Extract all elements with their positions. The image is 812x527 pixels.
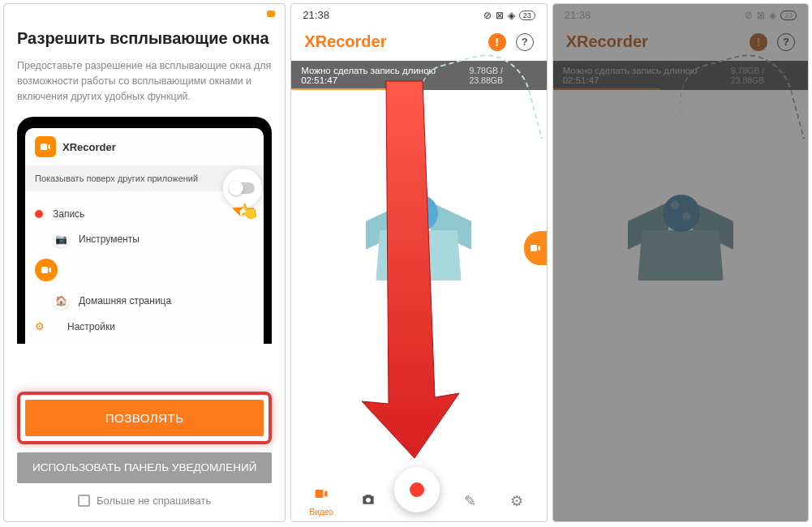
dim-overlay[interactable] [553,4,808,521]
dont-ask-checkbox[interactable] [78,495,90,507]
use-notification-panel-button[interactable]: ИСПОЛЬЗОВАТЬ ПАНЕЛЬ УВЕДОМЛЕНИЙ [17,452,272,483]
status-bar: 21:38 ⊘ ⊠ ◈ 23 [291,4,546,26]
app-header: XRecorder ! ? [291,26,546,61]
bottom-navigation: Видео ✎ ⚙ [291,478,546,521]
corner-badge [267,11,275,17]
allow-button[interactable]: ПОЗВОЛЯТЬ [25,400,264,436]
overlay-permission-row: Показывать поверх других приложений 👆 [25,165,264,191]
svg-rect-2 [531,245,537,251]
dialog-title: Разрешить всплывающие окна [17,28,272,49]
menu-tools-label: Инструменты [79,234,140,245]
empty-box-illustration [370,191,467,281]
dnd-icon: ⊘ [483,10,492,21]
wifi-icon: ◈ [508,10,515,21]
empty-state-area [291,90,546,382]
menu-settings-label: Настройки [67,321,115,332]
overlay-toggle[interactable] [230,182,255,194]
warning-icon[interactable]: ! [488,33,506,51]
device-mockup: XRecorder Показывать поверх других прило… [17,117,272,344]
home-icon: 🏠 [53,293,69,309]
video-nav-icon [313,486,329,506]
tools-icon: 📷 [53,231,69,247]
edit-nav-icon: ✎ [464,492,476,510]
svg-point-4 [366,497,371,502]
camera-nav-icon [360,491,376,512]
battery-indicator: 23 [519,11,535,20]
nav-edit[interactable]: ✎ [449,492,490,510]
main-app-screen: 21:38 ⊘ ⊠ ◈ 23 XRecorder ! ? Можно сдела… [290,3,547,522]
nav-settings[interactable]: ⚙ [496,492,537,510]
xrecorder-app-icon [35,136,56,157]
record-button[interactable] [394,467,440,512]
help-icon[interactable]: ? [516,33,534,51]
brand-logo: XRecorder [304,32,386,51]
dont-ask-row[interactable]: Больше не спрашивать [17,495,272,507]
video-icon [35,259,58,281]
svg-rect-0 [41,144,47,150]
nav-photo[interactable] [348,491,389,512]
highlight-frame: ПОЗВОЛЯТЬ [17,392,272,444]
nav-video-label: Видео [310,508,333,516]
record-dot-icon [410,482,424,497]
svg-rect-1 [41,267,48,273]
dont-ask-label: Больше не спрашивать [97,495,211,507]
settings-gear-icon: ⚙ [35,320,45,332]
svg-rect-3 [316,490,324,498]
settings-nav-icon: ⚙ [510,492,523,510]
menu-home-label: Домашняя страница [79,295,171,306]
menu-record-label: Запись [53,208,84,220]
close-box-icon: ⊠ [496,10,504,21]
fab-menu-screen: 21:38 ⊘ ⊠ ◈ 23 XRecorder ! ? Можно сдела… [552,3,809,522]
app-name-label: XRecorder [62,141,116,153]
permission-dialog-screen: Разрешить всплывающие окна Предоставьте … [3,3,286,522]
dialog-description: Предоставьте разрешение на всплывающие о… [17,58,272,104]
nav-video[interactable]: Видео [301,486,342,516]
overlay-label: Показывать поверх других приложений [35,174,198,183]
status-time: 21:38 [303,9,329,21]
record-dot-icon [35,210,43,218]
